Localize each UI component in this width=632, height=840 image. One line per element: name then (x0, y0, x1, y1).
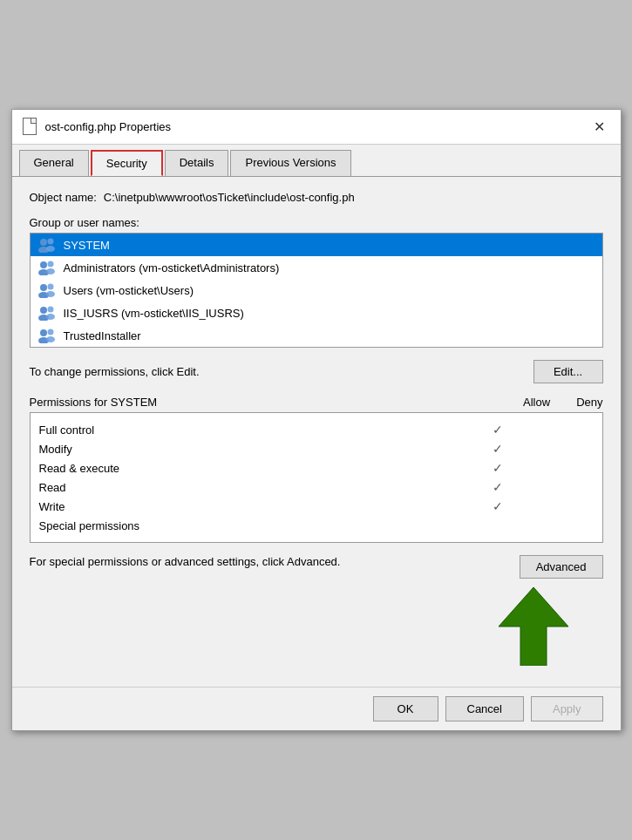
advanced-button[interactable]: Advanced (520, 555, 603, 579)
user-item-iis[interactable]: IIS_IUSRS (vm-osticket\IIS_IUSRS) (31, 301, 602, 324)
svg-point-3 (46, 246, 55, 252)
object-name-row: Object name: C:\inetpub\wwwroot\osTicket… (30, 191, 603, 204)
perm-allow-full-control: ✓ (489, 423, 506, 437)
perm-checks-full-control: ✓ (489, 423, 594, 437)
edit-row: To change permissions, click Edit. Edit.… (30, 360, 603, 383)
perm-deny-full-control (559, 423, 576, 437)
perm-checks-modify: ✓ (489, 442, 594, 456)
svg-point-7 (46, 268, 55, 274)
close-button[interactable]: ✕ (589, 117, 610, 138)
perm-deny-read (559, 480, 576, 494)
svg-point-2 (47, 239, 53, 245)
user-name-trusted: TrustedInstaller (64, 329, 141, 342)
perm-allow-read: ✓ (489, 480, 506, 494)
up-arrow-icon (499, 587, 568, 666)
file-icon (23, 118, 38, 137)
perm-allow-write: ✓ (489, 499, 506, 513)
cancel-button[interactable]: Cancel (445, 696, 524, 721)
perm-name-modify: Modify (39, 443, 489, 456)
svg-point-16 (40, 329, 47, 336)
tab-previous-versions[interactable]: Previous Versions (230, 150, 350, 176)
perm-row-modify: Modify ✓ (37, 439, 595, 458)
perm-deny-special (559, 518, 576, 532)
user-name-iis: IIS_IUSRS (vm-osticket\IIS_IUSRS) (64, 307, 244, 320)
perm-checks-read: ✓ (489, 480, 594, 494)
svg-point-11 (46, 291, 55, 297)
perm-row-full-control: Full control ✓ (37, 420, 595, 439)
user-item-system[interactable]: SYSTEM (31, 234, 602, 256)
svg-point-6 (47, 261, 53, 268)
user-item-trusted[interactable]: TrustedInstaller (31, 324, 602, 347)
svg-marker-20 (499, 587, 568, 666)
users-list: SYSTEM Administrators (vm-osticket\Admin… (30, 233, 603, 348)
user-icon-iis (37, 305, 57, 321)
tab-general[interactable]: General (19, 150, 89, 176)
perm-name-write: Write (39, 500, 489, 513)
tab-content: Object name: C:\inetpub\wwwroot\osTicket… (12, 177, 621, 687)
user-item-users[interactable]: Users (vm-osticket\Users) (31, 279, 602, 301)
perm-deny-modify (559, 442, 576, 456)
svg-point-0 (40, 239, 47, 246)
perm-checks-read-execute: ✓ (489, 461, 594, 475)
perm-checks-special: ✓ (489, 518, 594, 532)
advanced-text: For special permissions or advanced sett… (30, 555, 341, 568)
deny-label: Deny (576, 396, 602, 409)
perm-allow-special: ✓ (489, 518, 506, 532)
perm-allow-modify: ✓ (489, 442, 506, 456)
tab-details[interactable]: Details (165, 150, 229, 176)
perm-deny-read-execute (559, 461, 576, 475)
tab-security[interactable]: Security (91, 150, 163, 176)
svg-point-8 (40, 284, 47, 291)
user-name-admins: Administrators (vm-osticket\Administrato… (64, 261, 280, 274)
perm-deny-write (559, 499, 576, 513)
perm-checks-write: ✓ (489, 499, 594, 513)
title-bar: ost-config.php Properties ✕ (12, 110, 621, 145)
user-icon-trusted (37, 328, 57, 343)
svg-point-10 (47, 284, 53, 290)
group-label: Group or user names: (30, 216, 603, 229)
perm-name-read-execute: Read & execute (39, 462, 489, 475)
user-icon-users (37, 282, 57, 298)
permissions-col-headers: Allow Deny (523, 396, 602, 409)
properties-dialog: ost-config.php Properties ✕ General Secu… (11, 109, 622, 731)
svg-point-14 (47, 307, 53, 313)
tab-bar: General Security Details Previous Versio… (12, 145, 621, 177)
user-icon-admins (37, 260, 57, 275)
object-name-value: C:\inetpub\wwwroot\osTicket\include\ost-… (104, 191, 355, 204)
svg-point-15 (46, 314, 55, 320)
perm-row-special: Special permissions ✓ (37, 516, 595, 535)
svg-point-4 (40, 261, 47, 268)
user-icon-system (37, 237, 57, 253)
arrow-container (30, 587, 603, 666)
svg-point-19 (46, 336, 55, 342)
perm-row-read-execute: Read & execute ✓ (37, 458, 595, 478)
permissions-table: Full control ✓ Modify ✓ Read & e (30, 412, 603, 543)
edit-button[interactable]: Edit... (533, 360, 603, 383)
user-item-admins[interactable]: Administrators (vm-osticket\Administrato… (31, 256, 602, 279)
permissions-section: Permissions for SYSTEM Allow Deny Full c… (30, 396, 603, 543)
allow-label: Allow (523, 396, 550, 409)
permissions-for-label: Permissions for SYSTEM (30, 396, 158, 409)
ok-button[interactable]: OK (373, 696, 438, 721)
perm-row-read: Read ✓ (37, 478, 595, 497)
object-name-label: Object name: (30, 191, 97, 204)
perm-name-special: Special permissions (39, 519, 489, 532)
perm-name-read: Read (39, 481, 489, 494)
permissions-header: Permissions for SYSTEM Allow Deny (30, 396, 603, 409)
svg-point-12 (40, 307, 47, 314)
svg-point-18 (47, 329, 53, 335)
perm-allow-read-execute: ✓ (489, 461, 506, 475)
user-name-system: SYSTEM (64, 239, 110, 252)
perm-name-full-control: Full control (39, 423, 489, 437)
footer: OK Cancel Apply (12, 687, 621, 730)
user-name-users: Users (vm-osticket\Users) (64, 284, 194, 297)
perm-row-write: Write ✓ (37, 497, 595, 516)
title-bar-left: ost-config.php Properties (23, 118, 172, 137)
change-permissions-text: To change permissions, click Edit. (30, 365, 200, 378)
advanced-row: For special permissions or advanced sett… (30, 555, 603, 579)
window-title: ost-config.php Properties (45, 120, 172, 133)
apply-button[interactable]: Apply (531, 696, 603, 721)
